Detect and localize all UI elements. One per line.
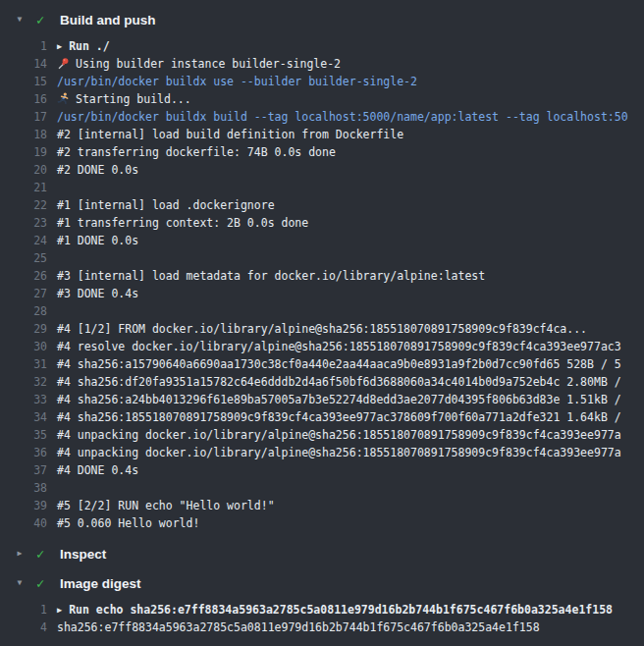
log-line-text: #4 DONE 0.4s — [47, 461, 138, 479]
check-icon: ✓ — [36, 571, 52, 595]
log-line-text: #4 unpacking docker.io/library/alpine@sh… — [47, 426, 621, 444]
log-line: 26#3 [internal] load metadata for docker… — [0, 267, 644, 285]
log-line: 32#4 sha256:df20fa9351a15782c64e6dddb2d4… — [0, 373, 644, 391]
line-number[interactable]: 31 — [0, 355, 47, 373]
line-number[interactable]: 21 — [0, 179, 47, 196]
section-build-and-push: ▼✓Build and push1▶Run ./14Using builder … — [0, 8, 644, 532]
log-line: 34#4 sha256:185518070891758909c9f839cf4c… — [0, 408, 644, 426]
log-line: 30#4 resolve docker.io/library/alpine@sh… — [0, 338, 644, 355]
line-number[interactable]: 20 — [0, 161, 47, 179]
line-number[interactable]: 35 — [0, 426, 47, 444]
log-line: 1▶Run ./ — [0, 37, 644, 55]
line-number[interactable]: 24 — [0, 232, 47, 249]
section-header-image-digest[interactable]: ▼✓Image digest — [0, 571, 644, 595]
log-line-text: #4 unpacking docker.io/library/alpine@sh… — [47, 444, 621, 461]
log-line-text: #4 sha256:a15790640a6690aa1730c38cf0a440… — [47, 355, 621, 373]
log-line: 15/usr/bin/docker buildx use --builder b… — [0, 73, 644, 90]
log-line: 33#4 sha256:a24bb4013296f61e89ba57005a7b… — [0, 391, 644, 408]
log-line-text: sha256:e7ff8834a5963a2785c5a0811e979d16b… — [47, 619, 540, 636]
log-line: 40#5 0.060 Hello world! — [0, 514, 644, 532]
line-number[interactable]: 40 — [0, 514, 47, 532]
log-line-text: #3 DONE 0.4s — [47, 285, 138, 302]
log-block-build-and-push: 1▶Run ./14Using builder instance builder… — [0, 37, 644, 532]
section-title-inspect: Inspect — [60, 547, 106, 562]
line-number[interactable]: 39 — [0, 497, 47, 514]
play-icon[interactable]: ▶ — [57, 37, 62, 55]
section-header-inspect[interactable]: ▶✓Inspect — [0, 542, 644, 565]
log-line: 18#2 [internal] load build definition fr… — [0, 126, 644, 143]
line-number[interactable]: 23 — [0, 214, 47, 232]
section-title-build-and-push: Build and push — [60, 13, 156, 27]
log-line-text: Using builder instance builder-single-2 — [47, 55, 341, 73]
log-line-text: #4 sha256:185518070891758909c9f839cf4ca3… — [47, 408, 621, 426]
line-number[interactable]: 22 — [0, 196, 47, 214]
line-number[interactable]: 38 — [0, 479, 47, 497]
log-line: 16Starting build... — [0, 90, 644, 108]
log-line-text: #2 transferring dockerfile: 74B 0.0s don… — [47, 143, 336, 161]
log-line: 21 — [0, 179, 644, 196]
log-line: 22#1 [internal] load .dockerignore — [0, 196, 644, 214]
section-header-build-and-push[interactable]: ▼✓Build and push — [0, 8, 644, 31]
line-number[interactable]: 37 — [0, 461, 47, 479]
play-icon[interactable]: ▶ — [57, 601, 62, 619]
log-line: 14Using builder instance builder-single-… — [0, 55, 644, 73]
line-number[interactable]: 32 — [0, 373, 47, 391]
check-icon: ✓ — [36, 542, 52, 565]
log-line-text: /usr/bin/docker buildx build --tag local… — [47, 108, 628, 126]
line-number[interactable]: 34 — [0, 408, 47, 426]
log-line-text: Starting build... — [47, 90, 191, 108]
line-number[interactable]: 26 — [0, 267, 47, 285]
log-line-text: #1 [internal] load .dockerignore — [47, 196, 275, 214]
line-number[interactable]: 36 — [0, 444, 47, 461]
log-line: 17/usr/bin/docker buildx build --tag loc… — [0, 108, 644, 126]
log-line-text: #2 [internal] load build definition from… — [47, 126, 403, 143]
line-number[interactable]: 15 — [0, 73, 47, 90]
log-line: 35#4 unpacking docker.io/library/alpine@… — [0, 426, 644, 444]
runner-icon — [57, 92, 70, 105]
section-image-digest: ▼✓Image digest1▶Run echo sha256:e7ff8834… — [0, 571, 644, 636]
log-line-text: #4 sha256:a24bb4013296f61e89ba57005a7b3e… — [47, 391, 621, 408]
log-line-text: #4 resolve docker.io/library/alpine@sha2… — [47, 338, 621, 355]
check-icon: ✓ — [36, 8, 52, 31]
log-line-text — [47, 249, 57, 267]
log-line-text — [47, 179, 57, 196]
log-line-text: #4 [1/2] FROM docker.io/library/alpine@s… — [47, 320, 587, 338]
log-line-text: ▶Run echo sha256:e7ff8834a5963a2785c5a08… — [47, 601, 613, 619]
log-block-image-digest: 1▶Run echo sha256:e7ff8834a5963a2785c5a0… — [0, 601, 644, 636]
log-line: 20#2 DONE 0.0s — [0, 161, 644, 179]
line-number[interactable]: 1 — [0, 37, 47, 55]
line-number[interactable]: 28 — [0, 302, 47, 320]
line-number[interactable]: 16 — [0, 90, 47, 108]
log-line: 23#1 transferring context: 2B 0.0s done — [0, 214, 644, 232]
workflow-log-page: ▼✓Build and push1▶Run ./14Using builder … — [0, 0, 644, 646]
log-line: 36#4 unpacking docker.io/library/alpine@… — [0, 444, 644, 461]
line-number[interactable]: 1 — [0, 601, 47, 619]
chevron-down-icon[interactable]: ▼ — [13, 571, 27, 595]
log-line-text: #5 0.060 Hello world! — [47, 514, 199, 532]
log-line-text: #1 DONE 0.0s — [47, 232, 138, 249]
line-number[interactable]: 17 — [0, 108, 47, 126]
line-number[interactable]: 27 — [0, 285, 47, 302]
log-sections: ▼✓Build and push1▶Run ./14Using builder … — [0, 8, 644, 636]
log-line: 27#3 DONE 0.4s — [0, 285, 644, 302]
log-line-text: ▶Run ./ — [47, 37, 110, 55]
line-number[interactable]: 14 — [0, 55, 47, 73]
log-line: 19#2 transferring dockerfile: 74B 0.0s d… — [0, 143, 644, 161]
line-number[interactable]: 33 — [0, 391, 47, 408]
chevron-down-icon[interactable]: ▼ — [13, 8, 27, 31]
line-number[interactable]: 4 — [0, 619, 47, 636]
line-number[interactable]: 29 — [0, 320, 47, 338]
section-title-image-digest: Image digest — [60, 576, 141, 591]
log-line: 28 — [0, 302, 644, 320]
line-number[interactable]: 19 — [0, 143, 47, 161]
line-number[interactable]: 18 — [0, 126, 47, 143]
pushpin-icon — [57, 57, 70, 70]
log-line: 31#4 sha256:a15790640a6690aa1730c38cf0a4… — [0, 355, 644, 373]
log-line: 37#4 DONE 0.4s — [0, 461, 644, 479]
line-number[interactable]: 25 — [0, 249, 47, 267]
log-line-text: #5 [2/2] RUN echo "Hello world!" — [47, 497, 275, 514]
chevron-right-icon[interactable]: ▶ — [13, 542, 27, 565]
log-line: 29#4 [1/2] FROM docker.io/library/alpine… — [0, 320, 644, 338]
log-line: 38 — [0, 479, 644, 497]
line-number[interactable]: 30 — [0, 338, 47, 355]
